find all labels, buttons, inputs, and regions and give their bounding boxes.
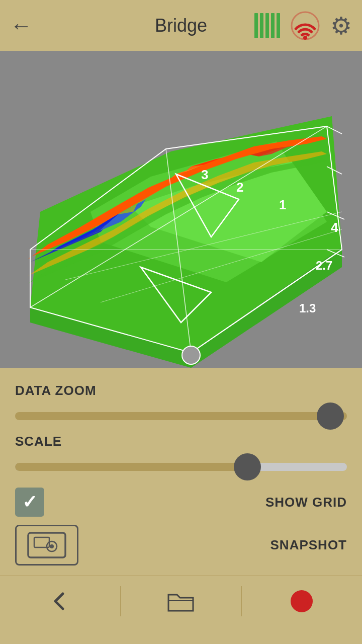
svg-point-43: [50, 544, 54, 548]
svg-text:2.7: 2.7: [316, 259, 332, 272]
data-zoom-slider[interactable]: [15, 404, 347, 429]
svg-text:3: 3: [201, 167, 208, 182]
bar-1: [254, 13, 258, 38]
bottom-record-button[interactable]: [242, 576, 362, 626]
bottom-folder-button[interactable]: [121, 576, 241, 626]
svg-text:0: 0: [205, 365, 212, 368]
svg-point-46: [296, 595, 308, 607]
controls-area: DATA ZOOM SCALE ✓ SHOW GRID SNAPS: [0, 368, 362, 576]
top-bar: ← Bridge ⚙: [0, 0, 362, 51]
show-grid-checkbox[interactable]: ✓: [15, 488, 44, 517]
bar-4: [271, 13, 275, 38]
3d-surface-svg: 3 2 1 0 4 2.7 1.3: [0, 51, 362, 368]
data-zoom-label: DATA ZOOM: [15, 383, 347, 398]
scale-slider[interactable]: [15, 454, 347, 479]
svg-text:1: 1: [279, 197, 286, 212]
data-zoom-thumb[interactable]: [317, 403, 344, 430]
bar-3: [265, 13, 269, 38]
back-button[interactable]: ←: [10, 13, 32, 38]
snapshot-row: SNAPSHOT: [15, 525, 347, 566]
scale-label: SCALE: [15, 434, 347, 449]
snapshot-label: SNAPSHOT: [270, 537, 347, 553]
svg-text:1.3: 1.3: [299, 301, 316, 315]
svg-text:4: 4: [331, 220, 338, 235]
checkmark-icon: ✓: [22, 492, 37, 513]
bar-5: [277, 13, 280, 38]
signal-icon[interactable]: [290, 11, 320, 41]
svg-text:2: 2: [236, 180, 243, 195]
show-grid-label: SHOW GRID: [265, 495, 347, 510]
barcode-icon[interactable]: [254, 13, 280, 38]
visualization-area[interactable]: 3 2 1 0 4 2.7 1.3: [0, 51, 362, 368]
scale-thumb[interactable]: [234, 453, 261, 480]
settings-icon[interactable]: ⚙: [330, 12, 352, 40]
bar-2: [260, 13, 263, 38]
page-title: Bridge: [155, 15, 207, 36]
bottom-back-button[interactable]: [0, 576, 120, 626]
show-grid-row: ✓ SHOW GRID: [15, 488, 347, 517]
snapshot-button[interactable]: [15, 525, 78, 566]
top-bar-icons: ⚙: [254, 11, 352, 41]
svg-point-32: [182, 346, 200, 364]
bottom-bar: [0, 576, 362, 626]
